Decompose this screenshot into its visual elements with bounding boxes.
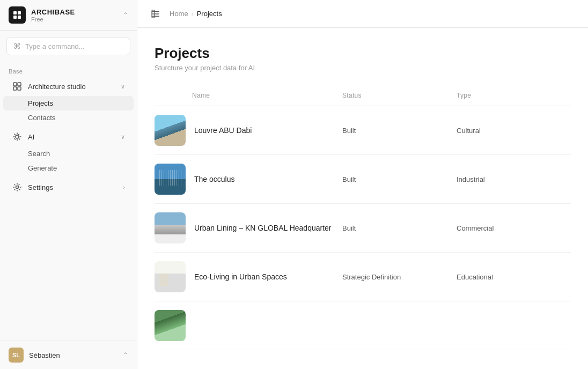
project-type: Educational: [457, 273, 571, 281]
page-title: Projects: [155, 45, 571, 62]
main-content: Home › Projects Projects Sturcture your …: [137, 0, 588, 369]
project-name: The occulus: [194, 175, 234, 183]
sidebar-toggle-button[interactable]: [148, 6, 163, 21]
svg-rect-3: [18, 16, 21, 19]
section-label: Base: [0, 64, 137, 77]
architecture-chevron-icon: ∨: [121, 83, 125, 90]
sidebar-nav: Base Architecture studio ∨: [0, 62, 137, 341]
user-menu-chevron-icon[interactable]: ⌃: [123, 351, 128, 359]
nav-group-architecture: Architecture studio ∨ Projects Contacts: [0, 77, 137, 125]
projects-table: Name Status Type Louvre ABU Dabi Built C…: [137, 85, 588, 350]
breadcrumb-separator: ›: [192, 10, 194, 18]
svg-rect-0: [13, 11, 17, 14]
content-area: Projects Sturcture your project data for…: [137, 28, 588, 369]
sidebar: ARCHIBASE Free ⌃ ⌘ Type a command... Bas…: [0, 0, 137, 369]
topbar: Home › Projects: [137, 0, 588, 28]
svg-rect-1: [18, 11, 21, 14]
user-name: Sébastien: [29, 351, 60, 359]
page-subtitle: Sturcture your project data for AI: [155, 64, 571, 72]
nav-group-architecture-item[interactable]: Architecture studio ∨: [3, 77, 134, 96]
project-type: Cultural: [457, 127, 571, 135]
architecture-studio-label: Architecture studio: [28, 83, 86, 91]
app-name: ARCHIBASE: [31, 8, 75, 16]
breadcrumb-home[interactable]: Home: [170, 10, 188, 18]
breadcrumb: Home › Projects: [170, 10, 222, 18]
ai-icon: [12, 131, 23, 142]
sidebar-header: ARCHIBASE Free ⌃: [0, 0, 137, 31]
svg-rect-11: [152, 13, 159, 14]
project-status: Built: [342, 175, 457, 183]
col-header-status: Status: [342, 92, 457, 99]
nav-group-settings-item[interactable]: Settings ›: [3, 178, 134, 197]
svg-rect-6: [13, 87, 17, 90]
table-row[interactable]: Louvre ABU Dabi Built Cultural: [155, 106, 571, 155]
nav-group-settings: Settings ›: [0, 178, 137, 197]
table-row[interactable]: Eco-Living in Urban Spaces Strategic Def…: [155, 253, 571, 301]
sidebar-collapse-icon[interactable]: ⌃: [123, 11, 128, 19]
architecture-sub-items: Projects Contacts: [0, 96, 137, 125]
app-logo-icon: [9, 6, 26, 24]
settings-icon: [12, 182, 23, 193]
nav-group-ai: AI ∨ Search Generate: [0, 127, 137, 175]
project-thumbnail: [155, 212, 186, 243]
project-status: Strategic Definition: [342, 273, 457, 281]
settings-chevron-icon: ›: [123, 184, 125, 190]
project-thumbnail: [155, 115, 186, 146]
command-bar[interactable]: ⌘ Type a command...: [6, 37, 130, 55]
sidebar-item-search[interactable]: Search: [3, 146, 134, 161]
svg-rect-5: [18, 83, 21, 86]
command-placeholder: Type a command...: [25, 42, 85, 50]
sidebar-item-projects[interactable]: Projects: [3, 96, 134, 110]
project-thumbnail: [155, 164, 186, 195]
page-header: Projects Sturcture your project data for…: [137, 28, 588, 85]
app-plan: Free: [31, 16, 75, 23]
sidebar-item-generate[interactable]: Generate: [3, 161, 134, 175]
table-header: Name Status Type: [155, 85, 571, 106]
grid-icon: [12, 81, 23, 92]
project-status: Built: [342, 127, 457, 135]
svg-rect-12: [152, 16, 159, 17]
svg-rect-10: [152, 11, 159, 12]
sidebar-item-contacts[interactable]: Contacts: [3, 110, 134, 125]
ai-chevron-icon: ∨: [121, 134, 125, 141]
table-row[interactable]: Urban Lining – KN GLOBAL Headquarter Bui…: [155, 204, 571, 253]
command-icon: ⌘: [13, 42, 21, 50]
svg-rect-7: [18, 87, 21, 90]
app-logo: ARCHIBASE Free: [9, 6, 75, 24]
svg-rect-2: [13, 16, 17, 19]
project-type: Industrial: [457, 175, 571, 183]
breadcrumb-current: Projects: [197, 10, 222, 18]
avatar: SL: [9, 348, 24, 363]
project-status: Built: [342, 224, 457, 232]
col-header-type: Type: [457, 92, 571, 99]
col-header-name: Name: [155, 92, 342, 99]
table-row[interactable]: [155, 301, 571, 350]
project-thumbnail: [155, 261, 186, 292]
sidebar-footer[interactable]: SL Sébastien ⌃: [0, 341, 137, 369]
project-type: Commercial: [457, 224, 571, 232]
project-thumbnail: [155, 310, 186, 341]
ai-sub-items: Search Generate: [0, 146, 137, 175]
svg-point-8: [16, 135, 19, 138]
project-name: Urban Lining – KN GLOBAL Headquarter: [194, 224, 332, 232]
table-row[interactable]: The occulus Built Industrial: [155, 155, 571, 204]
svg-rect-4: [13, 83, 17, 86]
ai-label: AI: [28, 133, 34, 141]
settings-label: Settings: [28, 183, 53, 191]
project-name: Louvre ABU Dabi: [194, 126, 252, 135]
project-name: Eco-Living in Urban Spaces: [194, 272, 287, 281]
nav-group-ai-item[interactable]: AI ∨: [3, 127, 134, 146]
svg-point-9: [16, 186, 19, 189]
